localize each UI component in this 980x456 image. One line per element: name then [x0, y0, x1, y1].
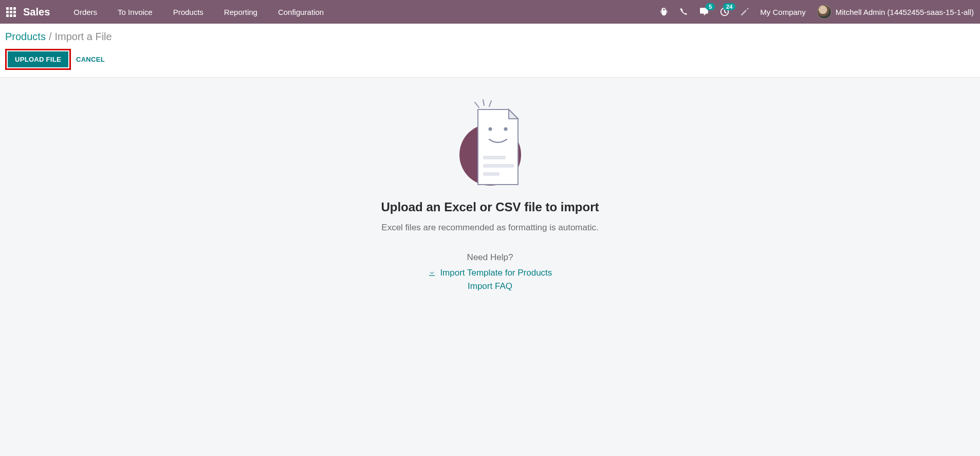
download-icon — [428, 268, 438, 278]
user-menu[interactable]: Mitchell Admin (14452455-saas-15-1-all) — [817, 5, 974, 19]
username-label: Mitchell Admin (14452455-saas-15-1-all) — [836, 8, 974, 16]
svg-rect-9 — [483, 172, 500, 176]
upload-subtitle: Excel files are recommended as formattin… — [0, 223, 980, 233]
control-panel: Products / Import a File Upload File Can… — [0, 24, 980, 78]
nav-item-to-invoice[interactable]: To Invoice — [108, 4, 162, 21]
cancel-button[interactable]: Cancel — [76, 56, 105, 63]
main-content: Upload an Excel or CSV file to import Ex… — [0, 78, 980, 291]
top-navbar: Sales Orders To Invoice Products Reporti… — [0, 0, 980, 24]
app-brand[interactable]: Sales — [23, 6, 50, 18]
svg-point-6 — [504, 127, 507, 131]
nav-item-configuration[interactable]: Configuration — [269, 4, 333, 21]
svg-point-5 — [488, 127, 492, 131]
avatar — [817, 5, 831, 19]
template-link-row: Import Template for Products — [0, 268, 980, 278]
activities-badge: 24 — [723, 3, 735, 10]
breadcrumb-current: Import a File — [55, 31, 112, 43]
nav-item-orders[interactable]: Orders — [64, 4, 106, 21]
activities-icon[interactable]: 24 — [720, 7, 729, 16]
upload-heading: Upload an Excel or CSV file to import — [0, 200, 980, 214]
help-label: Need Help? — [0, 252, 980, 263]
nav-item-reporting[interactable]: Reporting — [215, 4, 267, 21]
nav-item-products[interactable]: Products — [164, 4, 213, 21]
svg-rect-8 — [483, 164, 514, 168]
upload-file-button[interactable]: Upload File — [8, 51, 68, 67]
company-selector[interactable]: My Company — [760, 8, 805, 16]
upload-illustration-icon — [444, 98, 537, 191]
apps-icon[interactable] — [6, 7, 16, 17]
tools-icon[interactable] — [741, 8, 749, 16]
breadcrumb-separator: / — [49, 31, 52, 43]
phone-icon[interactable] — [680, 8, 688, 16]
import-template-link[interactable]: Import Template for Products — [440, 268, 552, 278]
upload-highlight: Upload File — [5, 49, 71, 70]
messages-badge: 5 — [706, 3, 715, 10]
action-buttons: Upload File Cancel — [5, 49, 975, 70]
nav-systray: 5 24 — [659, 7, 749, 16]
debug-icon[interactable] — [659, 7, 669, 16]
breadcrumb-products-link[interactable]: Products — [5, 31, 46, 43]
svg-rect-7 — [483, 156, 506, 159]
import-faq-link[interactable]: Import FAQ — [468, 281, 512, 291]
breadcrumb: Products / Import a File — [5, 31, 975, 43]
messages-icon[interactable]: 5 — [699, 7, 709, 16]
svg-line-4 — [489, 101, 491, 106]
svg-line-2 — [475, 102, 479, 107]
nav-menu: Orders To Invoice Products Reporting Con… — [64, 4, 333, 21]
svg-line-3 — [483, 100, 484, 105]
